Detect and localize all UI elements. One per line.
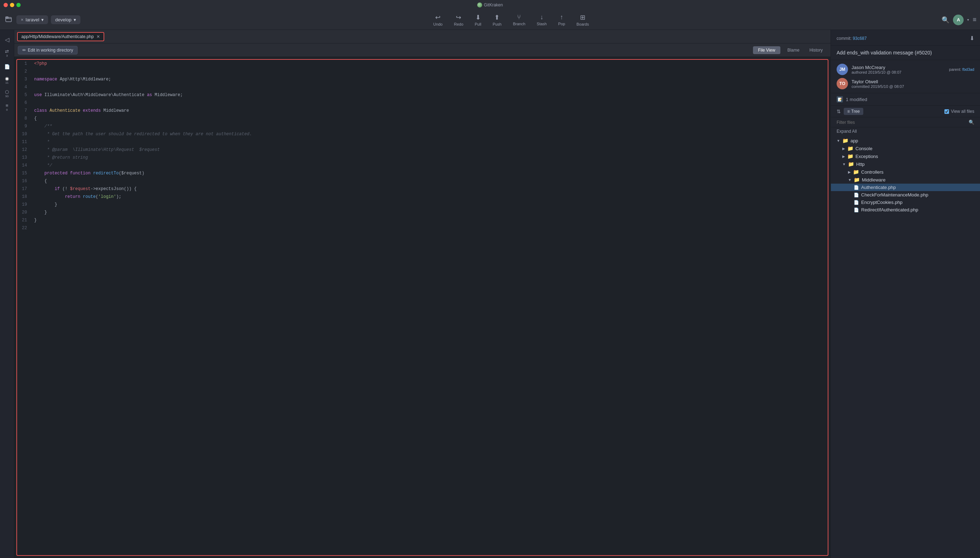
push-button[interactable]: ⬆ Push (490, 12, 504, 28)
code-line-21: 21 } (17, 217, 828, 224)
code-line-16: 16 { (17, 177, 828, 185)
window-controls (3, 3, 21, 7)
sidebar-icons: ◁ ⇄ 3 📄 ◉ 11 ⬡ 93 ≡ 0 (0, 30, 14, 558)
edit-in-working-dir-button[interactable]: ✏ Edit in working directory (18, 46, 77, 54)
file-redirect-if-auth[interactable]: 📄 RedirectIfAuthenticated.php (831, 206, 980, 213)
code-line-20: 20 } (17, 208, 828, 217)
sidebar-graph-button[interactable]: ◉ 11 (1, 74, 13, 86)
file-name-check-maintenance: CheckForMaintenanceMode.php (861, 192, 928, 197)
main-layout: ◁ ⇄ 3 📄 ◉ 11 ⬡ 93 ≡ 0 app/Http/Middlewar… (0, 30, 980, 558)
code-area[interactable]: 1 <?php 2 3 namespace App\Http\Middlewar… (16, 59, 828, 556)
folder-console[interactable]: ▶ 📁 Console (831, 144, 980, 152)
sidebar-diff-button[interactable]: ⇄ 3 (1, 47, 13, 59)
boards-button[interactable]: ⊞ Boards (574, 12, 592, 28)
undo-button[interactable]: ↩ Undo (430, 12, 445, 28)
diff-icon: ⇄ (5, 49, 9, 54)
minimize-dot[interactable] (10, 3, 14, 7)
folder-name-controllers: Controllers (861, 169, 883, 175)
history-button[interactable]: History (805, 46, 827, 54)
folder-exceptions[interactable]: ▶ 📁 Exceptions (831, 152, 980, 160)
repo-tab[interactable]: ✕ laravel ▾ (16, 15, 48, 24)
layers-icon: ≡ (6, 103, 8, 108)
file-icon: 📄 (854, 200, 859, 205)
pull-button[interactable]: ⬇ Pull (472, 12, 484, 28)
folder-name-middleware: Middleware (862, 177, 885, 182)
undo-icon: ↩ (435, 13, 441, 21)
author-name: Jason McCreary (852, 65, 946, 70)
parent-ref: parent: fbd3ad (949, 67, 974, 72)
titlebar: GitKraken (0, 0, 980, 10)
search-icon: 🔍 (969, 120, 974, 125)
download-button[interactable]: ⬇ (970, 35, 974, 42)
file-tree: ▼ 📁 app ▶ 📁 Console ▶ 📁 Exceptions (831, 135, 980, 558)
search-button[interactable]: 🔍 (942, 16, 949, 24)
filter-bar: 🔍 (831, 117, 980, 127)
code-line-5: 5 use Illuminate\Auth\Middleware\Authent… (17, 91, 828, 99)
sort-button[interactable]: ⇅ (837, 108, 841, 114)
toolbar-left: ✕ laravel ▾ develop ▾ (3, 14, 80, 25)
sidebar-back-button[interactable]: ◁ (1, 33, 13, 46)
folder-controllers[interactable]: ▶ 📁 Controllers (831, 168, 980, 176)
committer-row: TO Taylor Otwell committed 2019/5/10 @ 0… (837, 78, 974, 89)
code-line-17: 17 if (! $request->expectsJson()) { (17, 185, 828, 193)
file-icon: 📄 (854, 207, 859, 212)
code-line-6: 6 (17, 99, 828, 107)
maximize-dot[interactable] (16, 3, 21, 7)
code-line-9: 9 /** (17, 122, 828, 130)
file-tab-close-button[interactable]: ✕ (97, 34, 100, 39)
branch-button[interactable]: ⑂ Branch (510, 12, 528, 28)
more-button[interactable]: ≡ (972, 16, 977, 23)
avatar[interactable]: A (953, 15, 964, 25)
folder-closed-icon: 📁 (853, 169, 859, 175)
open-repo-button[interactable] (3, 14, 13, 25)
file-view-button[interactable]: File View (753, 46, 780, 54)
filter-files-input[interactable] (837, 120, 969, 125)
folder-name-http: Http (856, 162, 865, 167)
pull-icon: ⬇ (475, 13, 481, 21)
folder-arrow-icon: ▶ (848, 170, 851, 174)
code-line-2: 2 (17, 67, 828, 75)
sidebar-layers-button[interactable]: ≡ 0 (1, 101, 13, 113)
file-icon: 📄 (854, 185, 859, 190)
file-tab: app/Http/Middleware/Authenticate.php ✕ (17, 32, 104, 41)
folder-http[interactable]: ▼ 📁 Http (831, 160, 980, 168)
tab-close-icon[interactable]: ✕ (21, 18, 23, 22)
tree-toggle-button[interactable]: ≡ Tree (844, 108, 863, 115)
tree-icon: ≡ (847, 109, 850, 114)
pencil-icon: ✏ (23, 48, 26, 53)
file-authenticate[interactable]: 📄 Authenticate.php (831, 184, 980, 191)
close-dot[interactable] (3, 3, 8, 7)
blame-button[interactable]: Blame (783, 46, 804, 54)
author-info: Jason McCreary authored 2019/5/10 @ 08:0… (852, 65, 946, 74)
pop-icon: ↑ (560, 13, 563, 21)
graph-icon: ◉ (5, 76, 9, 81)
blame-history-buttons: Blame History (783, 46, 827, 54)
folder-name-app: app (851, 138, 858, 143)
folder-open-icon: 📁 (854, 177, 860, 182)
pop-button[interactable]: ↑ Pop (555, 12, 568, 28)
folder-arrow-icon: ▼ (848, 178, 852, 182)
commit-authors: JM Jason McCreary authored 2019/5/10 @ 0… (831, 60, 980, 93)
file-controls: ✏ Edit in working directory File View Bl… (14, 43, 831, 57)
sidebar-changes-button[interactable]: 📄 (1, 61, 13, 72)
view-all-files-checkbox[interactable] (944, 109, 949, 114)
content-area: app/Http/Middleware/Authenticate.php ✕ ✏… (14, 30, 831, 558)
toolbar: ✕ laravel ▾ develop ▾ ↩ Undo ↪ Redo ⬇ Pu… (0, 10, 980, 30)
branch-tab[interactable]: develop ▾ (51, 15, 80, 24)
stash-button[interactable]: ↓ Stash (534, 12, 549, 28)
files-toolbar: ⇅ ≡ Tree View all files (831, 106, 980, 117)
file-encrypt-cookies[interactable]: 📄 EncryptCookies.php (831, 199, 980, 206)
folder-app[interactable]: ▼ 📁 app (831, 137, 980, 144)
sidebar-hex-button[interactable]: ⬡ 93 (1, 87, 13, 100)
folder-arrow-icon: ▼ (842, 162, 846, 166)
folder-arrow-icon: ▼ (837, 139, 840, 143)
folder-middleware[interactable]: ▼ 📁 Middleware (831, 176, 980, 184)
view-all-files-label[interactable]: View all files (944, 109, 974, 114)
toolbar-right: 🔍 A ▾ ≡ (942, 15, 977, 25)
app-icon (477, 2, 482, 8)
folder-open-icon: 📁 (848, 161, 854, 167)
expand-all-button[interactable]: Expand All (831, 127, 980, 135)
author-avatar-jm: JM (837, 64, 848, 75)
redo-button[interactable]: ↪ Redo (451, 12, 466, 28)
file-check-maintenance[interactable]: 📄 CheckForMaintenanceMode.php (831, 191, 980, 199)
